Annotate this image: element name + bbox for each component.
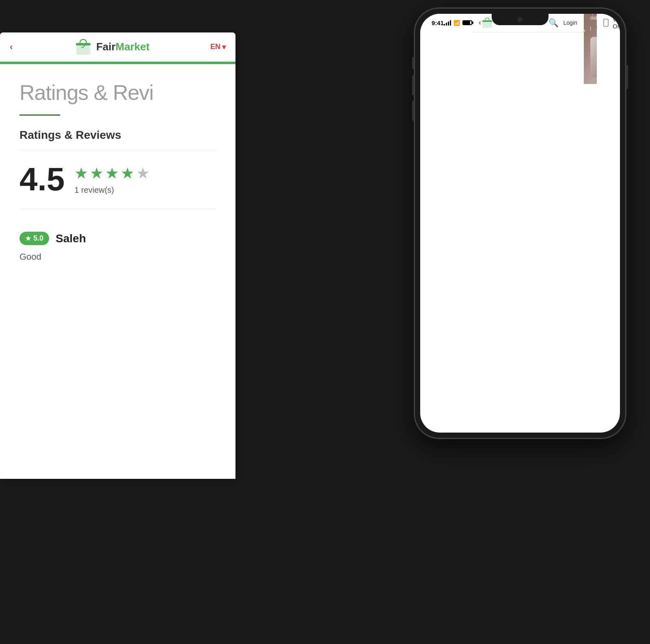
rating-score: 4.5 xyxy=(19,163,65,196)
veg-filter: Veg. Only xyxy=(597,14,620,34)
store-banner: Sahara Dates ★ 5.0 The place for premium… xyxy=(584,14,597,84)
phone-mute-button xyxy=(412,57,415,69)
phone-frame: 9:41 📶 ‹ xyxy=(415,8,626,438)
phone-screen: 9:41 📶 ‹ xyxy=(420,14,620,433)
web-logo: FairMarket xyxy=(73,37,150,57)
star-3: ★ xyxy=(105,164,119,182)
divider xyxy=(19,209,216,209)
logo-bag-icon xyxy=(73,37,93,57)
veg-only-checkbox[interactable] xyxy=(603,19,609,27)
rating-summary: 4.5 ★ ★ ★ ★ ★ 1 review(s) xyxy=(19,163,216,196)
stars-container: ★ ★ ★ ★ ★ 1 review(s) xyxy=(74,164,150,195)
star-4: ★ xyxy=(121,164,134,182)
reviewer-rating-badge: ★ 5.0 xyxy=(19,232,49,245)
camera-icon xyxy=(518,17,523,22)
language-selector[interactable]: EN ▾ xyxy=(210,43,226,52)
title-underline xyxy=(19,114,60,116)
logo-market-text: Market xyxy=(116,41,150,53)
phone-mockup: 9:41 📶 ‹ xyxy=(415,8,626,438)
notch xyxy=(492,14,549,25)
app-login-button[interactable]: Login xyxy=(564,19,577,26)
status-bar: 9:41 📶 ‹ xyxy=(420,14,620,32)
star-rating: ★ ★ ★ ★ ★ xyxy=(74,164,150,182)
app-search-icon[interactable]: 🔍 xyxy=(549,18,559,28)
star-5: ★ xyxy=(136,164,150,182)
status-time: 9:41 xyxy=(432,19,444,26)
status-icons: 📶 xyxy=(444,20,472,26)
reviewer-name: Saleh xyxy=(56,232,86,245)
signal-icon xyxy=(444,20,451,26)
svg-rect-3 xyxy=(482,20,492,22)
web-header: ‹ FairMarket EN ▾ xyxy=(0,32,235,62)
store-image: 🍶 xyxy=(590,37,597,78)
phone-volume-down-button xyxy=(412,101,415,121)
review-item: ★ 5.0 Saleh Good xyxy=(19,222,216,272)
reviewer-header: ★ 5.0 Saleh xyxy=(19,232,216,245)
star-1: ★ xyxy=(74,164,88,182)
review-text: Good xyxy=(19,252,216,262)
web-panel: ‹ FairMarket EN ▾ Ratings & Revi Ratings… xyxy=(0,32,235,479)
veg-only-label: Veg. Only xyxy=(613,16,620,30)
battery-fill xyxy=(463,21,470,24)
star-2: ★ xyxy=(90,164,104,182)
web-back-button[interactable]: ‹ xyxy=(10,42,13,52)
review-count: 1 review(s) xyxy=(74,185,150,195)
battery-icon xyxy=(462,20,472,25)
phone-volume-up-button xyxy=(412,75,415,95)
web-main-content: Ratings & Revi Ratings & Reviews 4.5 ★ ★… xyxy=(0,64,235,288)
wifi-icon: 📶 xyxy=(453,20,460,26)
badge-star-icon: ★ xyxy=(25,235,31,242)
svg-rect-1 xyxy=(76,43,91,45)
section-title: Ratings & Reviews xyxy=(19,129,216,150)
page-title: Ratings & Revi xyxy=(19,80,216,105)
phone-power-button xyxy=(626,65,628,89)
store-phone: 📞 +966 114656400 xyxy=(596,23,597,33)
phone-icon: 📞 xyxy=(596,26,597,31)
logo-fair-text: Fair xyxy=(96,41,116,53)
store-location: 📍 Sector 17 Chandigarh xyxy=(584,23,585,33)
